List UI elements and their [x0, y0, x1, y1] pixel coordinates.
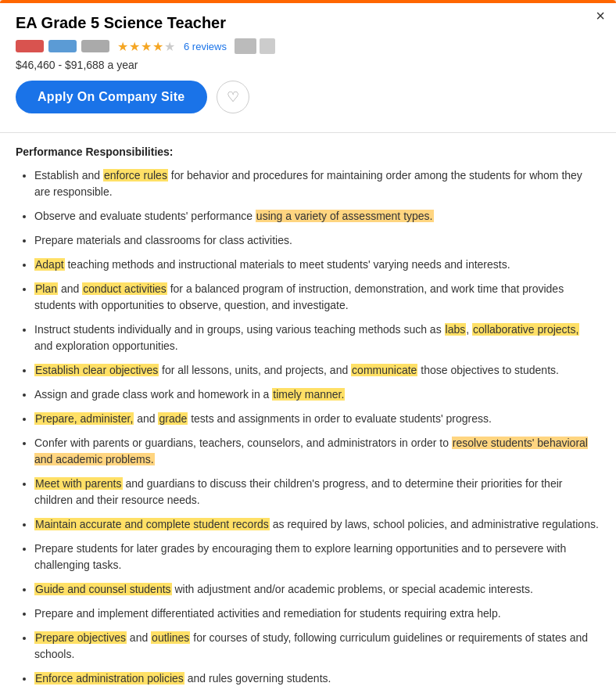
save-button[interactable]: ♡ [217, 81, 249, 113]
pill-3 [81, 40, 109, 52]
pill-2 [48, 40, 77, 52]
list-item: Assign and grade class work and homework… [34, 386, 600, 403]
list-item: Prepare objectives and outlines for cour… [34, 630, 600, 663]
salary-range: $46,460 - $91,688 a year [16, 59, 600, 71]
job-modal: × EA Grade 5 Science Teacher ★★★★★ 6 rev… [0, 0, 616, 690]
list-item: Prepare and implement differentiated act… [34, 606, 600, 622]
logo-block-1 [235, 38, 256, 54]
list-item: Prepare students for later grades by enc… [34, 541, 600, 573]
pill-1 [16, 40, 44, 52]
job-header: EA Grade 5 Science Teacher ★★★★★ 6 revie… [0, 3, 616, 132]
company-pills [16, 40, 109, 52]
list-item: Plan and conduct activities for a balanc… [34, 281, 600, 314]
list-item: Instruct students individually and in gr… [34, 322, 600, 354]
job-title: EA Grade 5 Science Teacher [16, 14, 600, 32]
list-item: Prepare materials and classrooms for cla… [34, 232, 600, 249]
star-rating: ★★★★★ [117, 39, 176, 54]
list-item: Adapt teaching methods and instructional… [34, 257, 600, 273]
list-item: Observe and evaluate students' performan… [34, 208, 600, 225]
job-content: Performance Responsibilities: Establish … [0, 146, 616, 690]
close-button[interactable]: × [596, 8, 605, 23]
reviews-link[interactable]: 6 reviews [184, 41, 227, 52]
list-item: Maintain accurate and complete student r… [34, 516, 600, 533]
company-logo [235, 38, 275, 54]
apply-button[interactable]: Apply On Company Site [16, 81, 207, 113]
list-item: Confer with parents or guardians, teache… [34, 435, 600, 468]
list-item: Prepare, administer, and grade tests and… [34, 411, 600, 427]
list-item: Meet with parents and guardians to discu… [34, 476, 600, 509]
responsibilities-list: Establish and enforce rules for behavior… [16, 167, 600, 690]
action-row: Apply On Company Site ♡ [16, 81, 600, 113]
list-item: Establish and enforce rules for behavior… [34, 167, 600, 200]
list-item: Establish clear objectives for all lesso… [34, 362, 600, 379]
header-divider [0, 132, 616, 133]
logo-block-2 [260, 38, 275, 54]
list-item: Enforce administration policies and rule… [34, 670, 600, 687]
section-title: Performance Responsibilities: [16, 146, 600, 158]
list-item: Guide and counsel students with adjustme… [34, 581, 600, 598]
rating-row: ★★★★★ 6 reviews [16, 38, 600, 54]
